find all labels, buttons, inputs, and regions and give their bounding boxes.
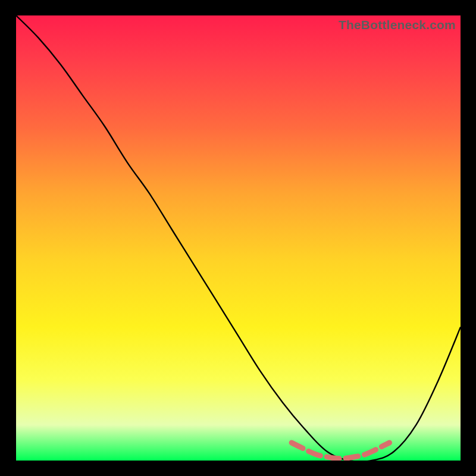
bottleneck-curve-path	[16, 15, 461, 461]
chart-plot-area: TheBottleneck.com	[16, 15, 461, 461]
watermark-text: TheBottleneck.com	[339, 18, 456, 32]
optimal-range-path	[292, 443, 389, 459]
chart-svg	[16, 15, 461, 461]
